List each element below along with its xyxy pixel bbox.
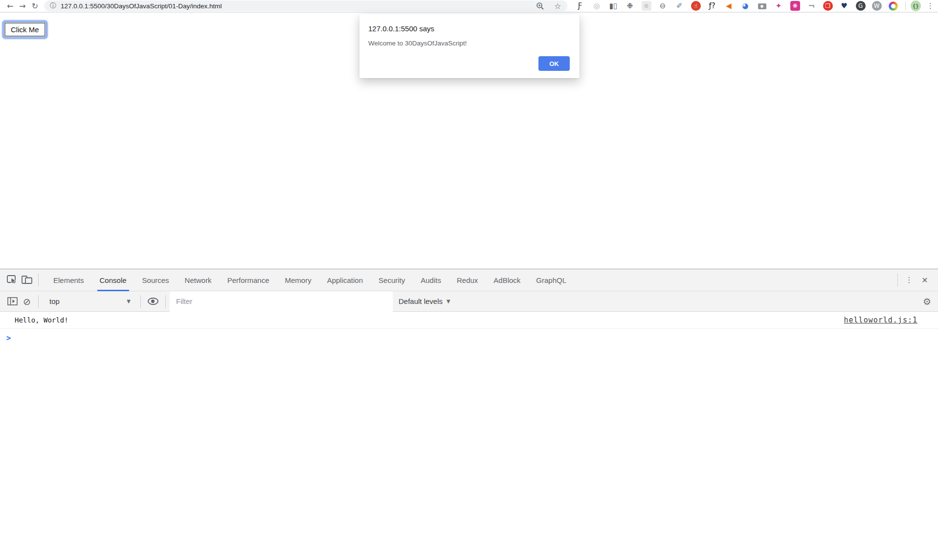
tab-audits[interactable]: Audits bbox=[413, 269, 449, 291]
bookmark-star-icon[interactable]: ☆ bbox=[554, 1, 561, 11]
console-settings-gear-icon[interactable]: ⚙ bbox=[923, 296, 931, 307]
console-filter-input[interactable] bbox=[170, 291, 393, 312]
tab-graphql[interactable]: GraphQL bbox=[528, 269, 574, 291]
chevron-down-icon: ▼ bbox=[127, 299, 131, 304]
bug-extension-icon[interactable]: ❉ bbox=[625, 1, 635, 11]
react-devtools-extension-icon[interactable]: ⊛ bbox=[642, 1, 651, 11]
log-levels-label: Default levels bbox=[399, 297, 443, 305]
console-prompt-icon: > bbox=[6, 334, 11, 343]
javascript-context-dropdown[interactable]: top ▼ bbox=[43, 291, 136, 312]
inspect-element-icon[interactable] bbox=[5, 273, 20, 287]
console-messages: Hello, World! helloworld.js:1 > bbox=[0, 312, 938, 347]
alert-dialog: 127.0.0.1:5500 says Welcome to 30DaysOfJ… bbox=[359, 14, 580, 78]
tab-elements[interactable]: Elements bbox=[45, 269, 92, 291]
clear-console-icon[interactable]: ⊘ bbox=[20, 294, 34, 309]
extensions-bar: Ƒ◎▮▯❉⊛⊖✐☝ƒ?◀◕✦❋⌐❒♥GW bbox=[575, 1, 898, 11]
adblock-stop-hand-icon[interactable]: ☝ bbox=[691, 1, 701, 11]
apollo-extension-icon[interactable]: ✦ bbox=[774, 1, 784, 11]
toolbar-separator-3 bbox=[165, 295, 166, 308]
devtools-close-icon[interactable]: ✕ bbox=[916, 276, 933, 285]
w-circle-extension-icon[interactable]: W bbox=[872, 1, 882, 11]
profile-avatar[interactable]: {} bbox=[911, 0, 921, 11]
toolbar-separator bbox=[905, 1, 906, 10]
toolbar-separator-1 bbox=[38, 295, 39, 308]
url-bar[interactable]: ⓘ 127.0.0.1:5500/30DaysOfJavaScript/01-D… bbox=[44, 0, 567, 11]
log-levels-dropdown[interactable]: Default levels ▼ bbox=[399, 297, 450, 305]
devtools-tabs: ElementsConsoleSourcesNetworkPerformance… bbox=[45, 269, 574, 291]
tab-console[interactable]: Console bbox=[92, 269, 134, 291]
zoom-page-icon[interactable] bbox=[536, 2, 544, 10]
console-log-row: Hello, World! helloworld.js:1 bbox=[0, 312, 938, 329]
devtools-menu-icon[interactable]: ⋮ bbox=[902, 276, 916, 284]
tabbar-right-separator bbox=[897, 274, 898, 286]
onetab-extension-icon[interactable]: ❒ bbox=[823, 1, 833, 11]
console-source-link[interactable]: helloworld.js:1 bbox=[844, 316, 917, 324]
live-expression-eye-icon[interactable] bbox=[148, 298, 158, 305]
fonts-ninja-extension-icon[interactable]: Ƒ bbox=[575, 1, 585, 11]
panels-extension-icon[interactable]: ▮▯ bbox=[608, 1, 619, 11]
alert-ok-button[interactable]: OK bbox=[538, 56, 570, 71]
circle-dash-extension-icon[interactable]: ⊖ bbox=[658, 1, 668, 11]
tabbar-separator bbox=[38, 274, 39, 286]
console-log-message: Hello, World! bbox=[15, 316, 68, 324]
reload-icon[interactable]: ↻ bbox=[29, 0, 41, 11]
tab-security[interactable]: Security bbox=[371, 269, 413, 291]
click-me-button[interactable]: Click Me bbox=[4, 22, 45, 37]
console-sidebar-toggle-icon[interactable] bbox=[5, 294, 20, 309]
pink-gear-extension-icon[interactable]: ❋ bbox=[790, 1, 800, 11]
swirl-extension-icon[interactable]: ◕ bbox=[740, 1, 751, 11]
site-info-icon[interactable]: ⓘ bbox=[50, 1, 56, 10]
forward-icon[interactable]: → bbox=[16, 0, 28, 11]
device-toolbar-icon[interactable] bbox=[20, 273, 34, 287]
tab-memory[interactable]: Memory bbox=[277, 269, 319, 291]
devtools-tabbar-controls: ⋮ ✕ bbox=[893, 274, 933, 286]
console-prompt-row[interactable]: > bbox=[0, 329, 938, 347]
tab-performance[interactable]: Performance bbox=[220, 269, 277, 291]
camera-extension-icon[interactable] bbox=[757, 1, 767, 11]
function-question-extension-icon[interactable]: ƒ? bbox=[707, 1, 717, 11]
click-me-focus-ring: Click Me bbox=[2, 21, 47, 39]
orbit-extension-icon[interactable]: ◎ bbox=[592, 1, 602, 11]
alert-dialog-message: Welcome to 30DaysOfJavaScript! bbox=[368, 40, 570, 47]
context-label: top bbox=[49, 297, 60, 305]
browser-toolbar: ← → ↻ ⓘ 127.0.0.1:5500/30DaysOfJavaScrip… bbox=[0, 0, 938, 13]
devtools-panel: ElementsConsoleSourcesNetworkPerformance… bbox=[0, 269, 938, 560]
tab-network[interactable]: Network bbox=[177, 269, 220, 291]
alert-dialog-title: 127.0.0.1:5500 says bbox=[368, 24, 570, 33]
browser-menu-icon[interactable]: ⋮ bbox=[927, 1, 934, 10]
chevron-down-icon: ▼ bbox=[447, 299, 450, 304]
tab-sources[interactable]: Sources bbox=[134, 269, 177, 291]
colorzilla-eyedropper-icon[interactable]: ✐ bbox=[674, 1, 685, 11]
heart-search-extension-icon[interactable]: ♥ bbox=[839, 1, 849, 11]
tab-redux[interactable]: Redux bbox=[449, 269, 486, 291]
tab-application[interactable]: Application bbox=[319, 269, 371, 291]
megaphone-extension-icon[interactable]: ◀ bbox=[724, 1, 734, 11]
url-text[interactable]: 127.0.0.1:5500/30DaysOfJavaScript/01-Day… bbox=[61, 2, 222, 10]
back-icon[interactable]: ← bbox=[4, 0, 16, 11]
devtools-tabbar: ElementsConsoleSourcesNetworkPerformance… bbox=[0, 269, 938, 291]
tab-adblock[interactable]: AdBlock bbox=[486, 269, 528, 291]
color-wheel-extension-icon[interactable] bbox=[888, 1, 898, 11]
g-circle-extension-icon[interactable]: G bbox=[856, 1, 866, 11]
console-toolbar: ⊘ top ▼ Default levels ▼ ⚙ bbox=[0, 291, 938, 312]
pipe-extension-icon[interactable]: ⌐ bbox=[806, 1, 817, 11]
toolbar-separator-2 bbox=[140, 295, 141, 308]
